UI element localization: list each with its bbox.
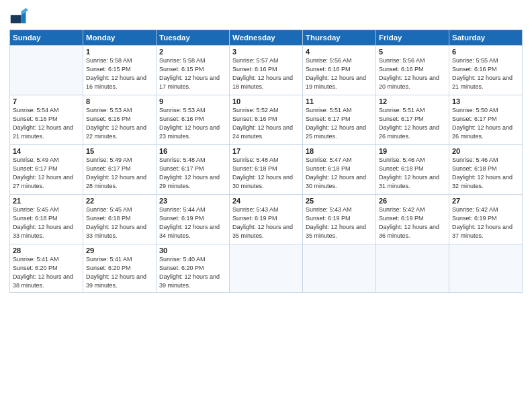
day-number: 3 — [232, 48, 300, 56]
calendar-day-cell — [449, 244, 523, 293]
calendar-header-row: SundayMondayTuesdayWednesdayThursdayFrid… — [10, 30, 523, 46]
day-number: 22 — [86, 197, 153, 205]
day-detail: Sunrise: 5:44 AM Sunset: 6:19 PM Dayligh… — [159, 205, 226, 240]
calendar-day-cell: 18Sunrise: 5:47 AM Sunset: 6:18 PM Dayli… — [303, 145, 376, 195]
day-detail: Sunrise: 5:55 AM Sunset: 6:16 PM Dayligh… — [452, 56, 519, 91]
day-detail: Sunrise: 5:45 AM Sunset: 6:18 PM Dayligh… — [86, 205, 153, 240]
calendar-day-cell: 14Sunrise: 5:49 AM Sunset: 6:17 PM Dayli… — [10, 145, 83, 195]
day-detail: Sunrise: 5:58 AM Sunset: 6:15 PM Dayligh… — [86, 56, 153, 91]
calendar-day-cell: 7Sunrise: 5:54 AM Sunset: 6:16 PM Daylig… — [10, 95, 83, 145]
day-detail: Sunrise: 5:43 AM Sunset: 6:19 PM Dayligh… — [232, 205, 300, 240]
day-number: 19 — [379, 147, 446, 155]
day-detail: Sunrise: 5:53 AM Sunset: 6:16 PM Dayligh… — [159, 106, 226, 141]
day-number: 24 — [232, 197, 300, 205]
day-detail: Sunrise: 5:47 AM Sunset: 6:18 PM Dayligh… — [306, 156, 373, 191]
calendar-day-cell: 9Sunrise: 5:53 AM Sunset: 6:16 PM Daylig… — [157, 95, 230, 145]
day-detail: Sunrise: 5:56 AM Sunset: 6:16 PM Dayligh… — [379, 56, 446, 91]
day-detail: Sunrise: 5:40 AM Sunset: 6:20 PM Dayligh… — [159, 255, 226, 290]
day-number: 23 — [159, 197, 226, 205]
calendar-day-cell: 23Sunrise: 5:44 AM Sunset: 6:19 PM Dayli… — [157, 195, 230, 244]
calendar-day-cell: 10Sunrise: 5:52 AM Sunset: 6:16 PM Dayli… — [230, 95, 303, 145]
weekday-header-tuesday: Tuesday — [157, 30, 230, 46]
calendar: SundayMondayTuesdayWednesdayThursdayFrid… — [9, 30, 523, 293]
calendar-week-row: 21Sunrise: 5:45 AM Sunset: 6:18 PM Dayli… — [10, 195, 523, 244]
calendar-day-cell: 5Sunrise: 5:56 AM Sunset: 6:16 PM Daylig… — [376, 46, 449, 95]
day-detail: Sunrise: 5:43 AM Sunset: 6:19 PM Dayligh… — [306, 205, 373, 240]
weekday-header-friday: Friday — [376, 30, 449, 46]
day-detail: Sunrise: 5:49 AM Sunset: 6:17 PM Dayligh… — [13, 156, 80, 191]
day-number: 26 — [379, 197, 446, 205]
day-number: 6 — [452, 48, 519, 56]
day-number: 21 — [13, 197, 80, 205]
calendar-day-cell: 12Sunrise: 5:51 AM Sunset: 6:17 PM Dayli… — [376, 95, 449, 145]
day-number: 15 — [86, 147, 153, 155]
calendar-day-cell: 15Sunrise: 5:49 AM Sunset: 6:17 PM Dayli… — [83, 145, 157, 195]
day-detail: Sunrise: 5:51 AM Sunset: 6:17 PM Dayligh… — [379, 106, 446, 141]
day-number: 14 — [13, 147, 80, 155]
calendar-day-cell: 2Sunrise: 5:58 AM Sunset: 6:15 PM Daylig… — [157, 46, 230, 95]
day-number: 30 — [159, 246, 226, 255]
day-number: 9 — [159, 97, 226, 105]
calendar-day-cell — [10, 46, 83, 95]
day-number: 17 — [232, 147, 300, 155]
weekday-header-wednesday: Wednesday — [230, 30, 303, 46]
day-number: 18 — [306, 147, 373, 155]
logo-icon — [9, 7, 28, 26]
calendar-day-cell: 25Sunrise: 5:43 AM Sunset: 6:19 PM Dayli… — [303, 195, 376, 244]
day-number: 8 — [86, 97, 153, 105]
header — [9, 7, 523, 26]
day-number: 12 — [379, 97, 446, 105]
day-detail: Sunrise: 5:48 AM Sunset: 6:17 PM Dayligh… — [159, 156, 226, 191]
calendar-day-cell: 24Sunrise: 5:43 AM Sunset: 6:19 PM Dayli… — [230, 195, 303, 244]
calendar-week-row: 1Sunrise: 5:58 AM Sunset: 6:15 PM Daylig… — [10, 46, 523, 95]
day-number: 29 — [86, 246, 153, 255]
calendar-day-cell: 1Sunrise: 5:58 AM Sunset: 6:15 PM Daylig… — [83, 46, 157, 95]
calendar-day-cell: 27Sunrise: 5:42 AM Sunset: 6:19 PM Dayli… — [449, 195, 523, 244]
calendar-day-cell: 17Sunrise: 5:48 AM Sunset: 6:18 PM Dayli… — [230, 145, 303, 195]
day-detail: Sunrise: 5:51 AM Sunset: 6:17 PM Dayligh… — [306, 106, 373, 141]
day-detail: Sunrise: 5:53 AM Sunset: 6:16 PM Dayligh… — [86, 106, 153, 141]
day-detail: Sunrise: 5:41 AM Sunset: 6:20 PM Dayligh… — [13, 255, 80, 290]
day-number: 10 — [232, 97, 300, 105]
weekday-header-saturday: Saturday — [449, 30, 523, 46]
weekday-header-thursday: Thursday — [303, 30, 376, 46]
day-number: 11 — [306, 97, 373, 105]
calendar-day-cell — [376, 244, 449, 293]
calendar-day-cell: 26Sunrise: 5:42 AM Sunset: 6:19 PM Dayli… — [376, 195, 449, 244]
day-detail: Sunrise: 5:52 AM Sunset: 6:16 PM Dayligh… — [232, 106, 300, 141]
calendar-day-cell: 16Sunrise: 5:48 AM Sunset: 6:17 PM Dayli… — [157, 145, 230, 195]
calendar-day-cell: 8Sunrise: 5:53 AM Sunset: 6:16 PM Daylig… — [83, 95, 157, 145]
logo — [9, 7, 31, 26]
calendar-day-cell: 20Sunrise: 5:46 AM Sunset: 6:18 PM Dayli… — [449, 145, 523, 195]
calendar-day-cell: 3Sunrise: 5:57 AM Sunset: 6:16 PM Daylig… — [230, 46, 303, 95]
day-detail: Sunrise: 5:46 AM Sunset: 6:18 PM Dayligh… — [452, 156, 519, 191]
calendar-day-cell: 19Sunrise: 5:46 AM Sunset: 6:18 PM Dayli… — [376, 145, 449, 195]
day-number: 7 — [13, 97, 80, 105]
calendar-day-cell — [230, 244, 303, 293]
calendar-week-row: 28Sunrise: 5:41 AM Sunset: 6:20 PM Dayli… — [10, 244, 523, 293]
day-detail: Sunrise: 5:42 AM Sunset: 6:19 PM Dayligh… — [379, 205, 446, 240]
day-number: 20 — [452, 147, 519, 155]
day-detail: Sunrise: 5:42 AM Sunset: 6:19 PM Dayligh… — [452, 205, 519, 240]
day-detail: Sunrise: 5:49 AM Sunset: 6:17 PM Dayligh… — [86, 156, 153, 191]
calendar-day-cell: 28Sunrise: 5:41 AM Sunset: 6:20 PM Dayli… — [10, 244, 83, 293]
calendar-day-cell: 21Sunrise: 5:45 AM Sunset: 6:18 PM Dayli… — [10, 195, 83, 244]
day-number: 2 — [159, 48, 226, 56]
day-detail: Sunrise: 5:56 AM Sunset: 6:16 PM Dayligh… — [306, 56, 373, 91]
calendar-day-cell: 6Sunrise: 5:55 AM Sunset: 6:16 PM Daylig… — [449, 46, 523, 95]
day-number: 4 — [306, 48, 373, 56]
day-detail: Sunrise: 5:54 AM Sunset: 6:16 PM Dayligh… — [13, 106, 80, 141]
day-detail: Sunrise: 5:58 AM Sunset: 6:15 PM Dayligh… — [159, 56, 226, 91]
day-number: 5 — [379, 48, 446, 56]
calendar-day-cell: 30Sunrise: 5:40 AM Sunset: 6:20 PM Dayli… — [157, 244, 230, 293]
weekday-header-monday: Monday — [83, 30, 157, 46]
day-number: 13 — [452, 97, 519, 105]
calendar-day-cell: 22Sunrise: 5:45 AM Sunset: 6:18 PM Dayli… — [83, 195, 157, 244]
weekday-header-sunday: Sunday — [10, 30, 83, 46]
calendar-week-row: 7Sunrise: 5:54 AM Sunset: 6:16 PM Daylig… — [10, 95, 523, 145]
day-number: 28 — [13, 246, 80, 255]
day-detail: Sunrise: 5:46 AM Sunset: 6:18 PM Dayligh… — [379, 156, 446, 191]
svg-rect-0 — [11, 15, 21, 23]
page: SundayMondayTuesdayWednesdayThursdayFrid… — [0, 0, 532, 411]
calendar-day-cell: 11Sunrise: 5:51 AM Sunset: 6:17 PM Dayli… — [303, 95, 376, 145]
